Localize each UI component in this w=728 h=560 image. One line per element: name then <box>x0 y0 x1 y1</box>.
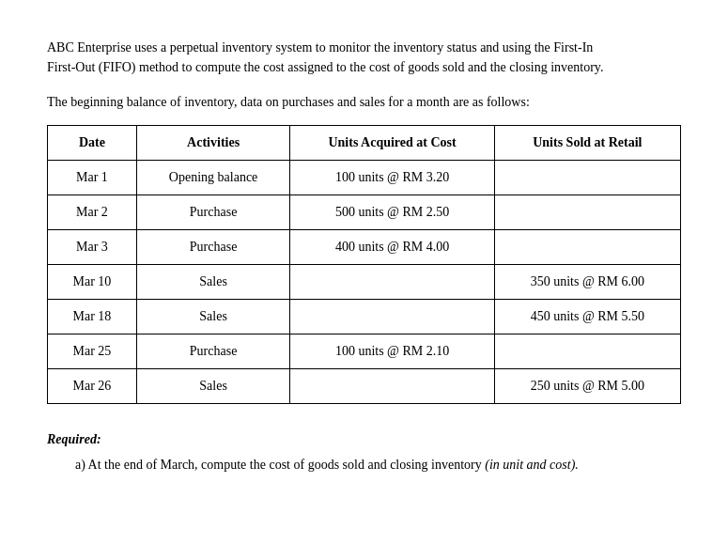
col-header-acquired: Units Acquired at Cost <box>290 126 494 161</box>
cell-activity: Purchase <box>136 334 290 369</box>
required-label: Required: <box>47 432 681 447</box>
cell-activity: Opening balance <box>136 161 290 195</box>
sub-paragraph: The beginning balance of inventory, data… <box>47 92 681 112</box>
cell-sold: 450 units @ RM 5.50 <box>494 300 680 334</box>
cell-activity: Sales <box>136 300 290 334</box>
table-header-row: Date Activities Units Acquired at Cost U… <box>48 126 681 161</box>
cell-date: Mar 25 <box>48 334 137 369</box>
cell-acquired: 100 units @ RM 2.10 <box>290 334 494 369</box>
col-header-sold: Units Sold at Retail <box>494 126 680 161</box>
cell-date: Mar 1 <box>48 161 137 195</box>
cell-activity: Purchase <box>136 230 290 265</box>
inventory-table: Date Activities Units Acquired at Cost U… <box>47 125 681 404</box>
cell-date: Mar 18 <box>48 300 137 334</box>
cell-acquired <box>290 265 494 300</box>
cell-sold <box>494 161 680 195</box>
table-row: Mar 25Purchase100 units @ RM 2.10 <box>48 334 681 369</box>
col-header-date: Date <box>48 126 137 161</box>
cell-acquired <box>290 300 494 334</box>
cell-sold: 250 units @ RM 5.00 <box>494 369 680 404</box>
cell-date: Mar 10 <box>48 265 137 300</box>
cell-date: Mar 2 <box>48 195 137 230</box>
table-row: Mar 1Opening balance100 units @ RM 3.20 <box>48 161 681 195</box>
cell-activity: Purchase <box>136 195 290 230</box>
required-item-a-italic: (in unit and cost). <box>485 458 579 472</box>
intro-paragraph: ABC Enterprise uses a perpetual inventor… <box>47 38 681 77</box>
cell-acquired: 400 units @ RM 4.00 <box>290 230 494 265</box>
cell-acquired: 100 units @ RM 3.20 <box>290 161 494 195</box>
table-row: Mar 3Purchase400 units @ RM 4.00 <box>48 230 681 265</box>
intro-line2: First-Out (FIFO) method to compute the c… <box>47 60 603 74</box>
cell-activity: Sales <box>136 265 290 300</box>
cell-activity: Sales <box>136 369 290 404</box>
cell-sold <box>494 195 680 230</box>
table-row: Mar 2Purchase500 units @ RM 2.50 <box>48 195 681 230</box>
intro-line1: ABC Enterprise uses a perpetual inventor… <box>47 40 593 54</box>
cell-sold <box>494 230 680 265</box>
table-row: Mar 10Sales350 units @ RM 6.00 <box>48 265 681 300</box>
cell-sold: 350 units @ RM 6.00 <box>494 265 680 300</box>
cell-sold <box>494 334 680 369</box>
cell-date: Mar 26 <box>48 369 137 404</box>
required-section: Required: a) At the end of March, comput… <box>47 432 681 475</box>
cell-acquired: 500 units @ RM 2.50 <box>290 195 494 230</box>
required-item-a: a) At the end of March, compute the cost… <box>47 455 681 475</box>
required-item-a-text: a) At the end of March, compute the cost… <box>75 458 485 472</box>
cell-acquired <box>290 369 494 404</box>
col-header-activities: Activities <box>136 126 290 161</box>
cell-date: Mar 3 <box>48 230 137 265</box>
table-row: Mar 18Sales450 units @ RM 5.50 <box>48 300 681 334</box>
table-row: Mar 26Sales250 units @ RM 5.00 <box>48 369 681 404</box>
